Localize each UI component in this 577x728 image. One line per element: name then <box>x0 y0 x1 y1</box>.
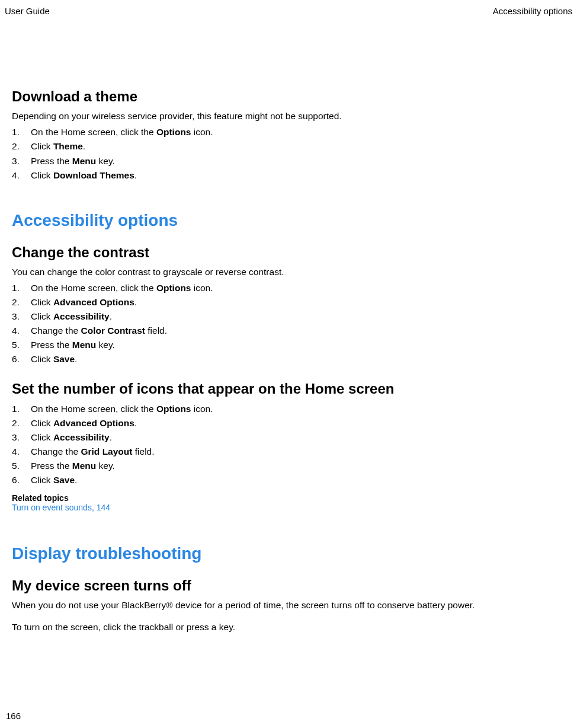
section-icons-steps: On the Home screen, click the Options ic… <box>12 402 565 487</box>
list-item: Click Save. <box>12 473 565 487</box>
section-icons-title: Set the number of icons that appear on t… <box>12 381 565 397</box>
list-item: Click Theme. <box>12 139 565 154</box>
section-change-contrast-intro: You can change the color contrast to gra… <box>12 266 565 279</box>
list-item: Click Accessibility. <box>12 430 565 445</box>
list-item: On the Home screen, click the Options ic… <box>12 125 565 139</box>
list-item: Click Accessibility. <box>12 309 565 324</box>
section-download-theme-title: Download a theme <box>12 88 565 105</box>
section-download-theme-intro: Depending on your wireless service provi… <box>12 110 565 123</box>
list-item: Change the Color Contrast field. <box>12 324 565 338</box>
list-item: Press the Menu key. <box>12 154 565 168</box>
page-header: User Guide Accessibility options <box>0 0 577 16</box>
list-item: On the Home screen, click the Options ic… <box>12 402 565 416</box>
list-item: Click Save. <box>12 352 565 366</box>
section-display-troubleshooting-title: Display troubleshooting <box>12 544 565 563</box>
section-accessibility-options-title: Accessibility options <box>12 211 565 230</box>
list-item: Click Download Themes. <box>12 168 565 183</box>
related-topics-link[interactable]: Turn on event sounds, 144 <box>12 503 565 512</box>
list-item: Change the Grid Layout field. <box>12 445 565 459</box>
section-screen-off-para2: To turn on the screen, click the trackba… <box>12 621 565 634</box>
section-change-contrast-title: Change the contrast <box>12 244 565 261</box>
list-item: On the Home screen, click the Options ic… <box>12 281 565 295</box>
list-item: Click Advanced Options. <box>12 295 565 309</box>
page-number: 166 <box>6 711 21 721</box>
section-screen-off-title: My device screen turns off <box>12 577 565 594</box>
section-change-contrast-steps: On the Home screen, click the Options ic… <box>12 281 565 366</box>
list-item: Press the Menu key. <box>12 338 565 352</box>
list-item: Click Advanced Options. <box>12 416 565 430</box>
related-topics-heading: Related topics <box>12 493 565 503</box>
section-download-theme-steps: On the Home screen, click the Options ic… <box>12 125 565 182</box>
header-left: User Guide <box>5 6 50 16</box>
page-content: Download a theme Depending on your wirel… <box>0 88 577 634</box>
header-right: Accessibility options <box>493 6 572 16</box>
section-screen-off-para1: When you do not use your BlackBerry® dev… <box>12 599 565 612</box>
list-item: Press the Menu key. <box>12 459 565 473</box>
